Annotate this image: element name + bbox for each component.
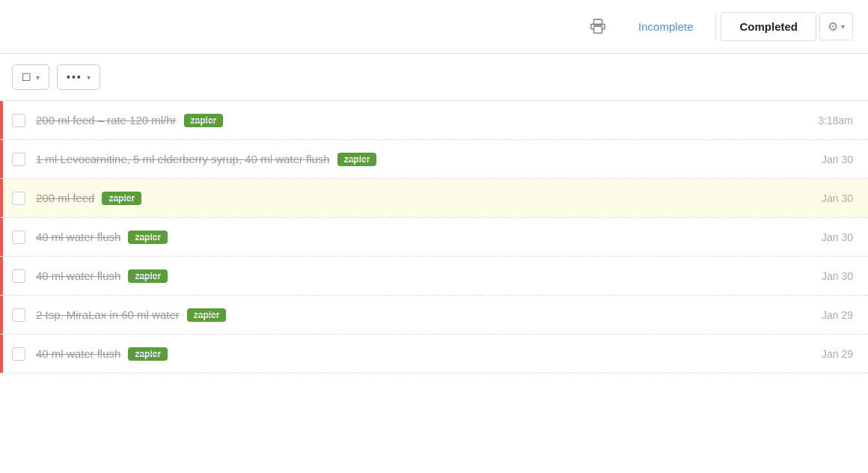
- task-label: 1 ml Levocarnitine, 5 ml elderberry syru…: [36, 153, 330, 165]
- task-date: Jan 30: [808, 270, 853, 282]
- task-row: 200 ml feed zapier Jan 30: [0, 179, 868, 218]
- task-date: Jan 29: [808, 348, 853, 360]
- task-checkbox[interactable]: [12, 231, 25, 244]
- task-row: 2 tsp. MiraLax in 60 ml water zapier Jan…: [0, 296, 868, 335]
- checkbox-dropdown-button[interactable]: ☐ ▾: [12, 64, 49, 90]
- zapier-badge[interactable]: zapier: [128, 231, 168, 244]
- task-text: 40 ml water flush zapier: [36, 347, 793, 361]
- task-checkbox[interactable]: [12, 308, 25, 322]
- task-label: 40 ml water flush: [36, 231, 120, 243]
- task-date: Jan 30: [808, 153, 853, 165]
- task-row: 1 ml Levocarnitine, 5 ml elderberry syru…: [0, 140, 868, 179]
- gear-icon: ⚙: [828, 19, 838, 34]
- task-left-border: [0, 218, 3, 256]
- incomplete-tab[interactable]: Incomplete: [620, 13, 711, 40]
- task-date: 3:18am: [808, 115, 853, 126]
- zapier-badge[interactable]: zapier: [187, 308, 227, 322]
- gear-button[interactable]: ⚙ ▾: [819, 13, 853, 40]
- task-left-border: [0, 296, 3, 334]
- more-chevron-icon: ▾: [87, 73, 91, 82]
- task-list: 200 ml feed – rate 120 ml/hr zapier 3:18…: [0, 101, 868, 373]
- task-row: 40 ml water flush zapier Jan 30: [0, 257, 868, 296]
- svg-rect-1: [594, 26, 602, 33]
- task-text: 200 ml feed – rate 120 ml/hr zapier: [36, 114, 793, 127]
- task-text: 2 tsp. MiraLax in 60 ml water zapier: [36, 308, 793, 322]
- task-checkbox[interactable]: [12, 347, 25, 361]
- task-text: 40 ml water flush zapier: [36, 231, 793, 244]
- task-checkbox[interactable]: [12, 192, 25, 205]
- task-label: 2 tsp. MiraLax in 60 ml water: [36, 308, 180, 321]
- zapier-badge[interactable]: zapier: [184, 114, 224, 127]
- task-row: 40 ml water flush zapier Jan 29: [0, 335, 868, 373]
- completed-tab[interactable]: Completed: [721, 12, 816, 41]
- more-dots-icon: •••: [67, 71, 82, 83]
- task-left-border: [0, 179, 3, 217]
- task-label: 40 ml water flush: [36, 347, 120, 360]
- zapier-badge[interactable]: zapier: [337, 153, 377, 166]
- checkbox-chevron-icon: ▾: [36, 73, 40, 82]
- task-checkbox[interactable]: [12, 269, 25, 283]
- task-left-border: [0, 101, 3, 139]
- task-row: 40 ml water flush zapier Jan 30: [0, 218, 868, 257]
- task-date: Jan 30: [808, 231, 853, 243]
- task-label: 200 ml feed – rate 120 ml/hr: [36, 114, 177, 126]
- task-text: 200 ml feed zapier: [36, 192, 793, 205]
- toolbar: ☐ ▾ ••• ▾: [0, 54, 868, 101]
- more-options-button[interactable]: ••• ▾: [57, 64, 100, 90]
- task-date: Jan 29: [808, 309, 853, 321]
- task-label: 40 ml water flush: [36, 269, 120, 282]
- zapier-badge[interactable]: zapier: [128, 269, 168, 283]
- task-row: 200 ml feed – rate 120 ml/hr zapier 3:18…: [0, 101, 868, 140]
- checkbox-icon: ☐: [22, 71, 31, 83]
- task-checkbox[interactable]: [12, 114, 25, 127]
- task-text: 40 ml water flush zapier: [36, 269, 793, 283]
- print-icon[interactable]: [584, 13, 611, 40]
- task-checkbox[interactable]: [12, 153, 25, 166]
- task-left-border: [0, 257, 3, 295]
- task-left-border: [0, 335, 3, 373]
- task-text: 1 ml Levocarnitine, 5 ml elderberry syru…: [36, 153, 793, 166]
- zapier-badge[interactable]: zapier: [102, 192, 141, 205]
- svg-point-2: [602, 25, 603, 27]
- task-list-container: 200 ml feed – rate 120 ml/hr zapier 3:18…: [0, 101, 868, 373]
- tab-divider: [715, 13, 716, 40]
- task-date: Jan 30: [808, 192, 853, 204]
- header: Incomplete Completed ⚙ ▾: [0, 0, 868, 54]
- gear-chevron: ▾: [841, 22, 845, 31]
- zapier-badge[interactable]: zapier: [128, 347, 168, 361]
- task-left-border: [0, 140, 3, 178]
- task-label: 200 ml feed: [36, 192, 94, 204]
